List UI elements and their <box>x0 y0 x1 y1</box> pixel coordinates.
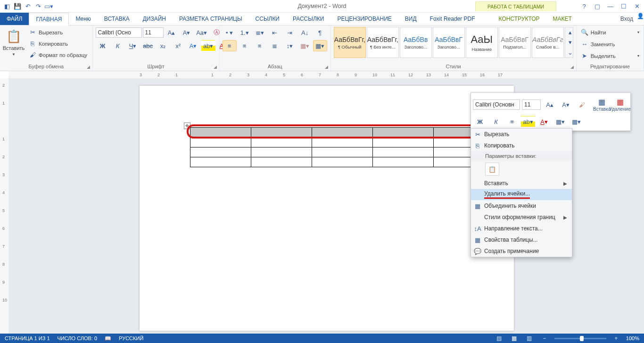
help-icon[interactable]: ? <box>579 1 589 11</box>
change-case-icon[interactable]: Aa▾ <box>195 27 209 38</box>
minimize-icon[interactable]: — <box>605 1 616 11</box>
tab-foxit[interactable]: Foxit Reader PDF <box>423 13 482 25</box>
bullets-icon[interactable]: • ▾ <box>223 27 237 38</box>
shading-icon[interactable]: ▦▾ <box>298 40 312 51</box>
align-right-icon[interactable]: ≡ <box>253 40 267 51</box>
tab-file[interactable]: ФАЙЛ <box>0 13 29 25</box>
ctx-delete-cells[interactable]: Удалить ячейки... <box>471 189 572 200</box>
align-left-icon[interactable]: ≡ <box>223 40 237 51</box>
italic-button[interactable]: К <box>111 40 125 51</box>
zoom-out-icon[interactable]: − <box>539 335 550 342</box>
font-size-combo[interactable] <box>143 27 164 38</box>
mini-size-combo[interactable] <box>522 99 541 110</box>
mini-delete-button[interactable]: ▦Удаление <box>611 95 628 114</box>
styles-dialog-icon[interactable]: ◢ <box>569 64 575 70</box>
ruler-vertical[interactable]: 2112345678910 <box>0 78 9 334</box>
zoom-slider[interactable] <box>554 338 606 339</box>
redo-icon[interactable]: ↷ <box>33 1 43 11</box>
ctx-merge-cells[interactable]: ▦Объединить ячейки <box>471 200 572 212</box>
mini-align-icon[interactable]: ≡ <box>505 116 519 127</box>
tab-references[interactable]: ССЫЛКИ <box>249 13 286 25</box>
format-painter-button[interactable]: 🖌Формат по образцу <box>27 49 89 60</box>
ctx-copy[interactable]: ⎘Копировать <box>471 140 572 151</box>
styles-down-icon[interactable]: ▾ <box>565 37 576 47</box>
clipboard-dialog-icon[interactable]: ◢ <box>85 64 91 70</box>
select-button[interactable]: ➤Выделить▾ <box>579 50 641 61</box>
ctx-cut[interactable]: ✂Вырезать <box>471 129 572 140</box>
close-icon[interactable]: ✕ <box>632 1 642 11</box>
mini-fontcolor-icon[interactable]: A▾ <box>537 116 551 127</box>
text-effects-icon[interactable]: A▾ <box>186 40 200 51</box>
indent-icon[interactable]: ⇥ <box>283 27 297 38</box>
styles-more-icon[interactable]: ⌄ <box>565 48 576 57</box>
sort-icon[interactable]: A↓ <box>298 27 312 38</box>
style-subtitle[interactable]: АаБбВвГПодзагол... <box>499 27 531 58</box>
document-canvas[interactable]: ✥ A▴ A▾ 🖌 ▦Вставка ▦Удаление Ж К ≡ ab▾ A… <box>8 78 644 334</box>
table-move-handle[interactable]: ✥ <box>184 122 190 129</box>
multilevel-icon[interactable]: ≣▾ <box>253 27 267 38</box>
show-marks-icon[interactable]: ¶ <box>313 27 327 38</box>
paste-keep-formatting-icon[interactable]: 📋 <box>485 163 499 176</box>
style-nospacing[interactable]: АаБбВвГг,¶ Без инте... <box>367 27 399 58</box>
zoom-in-icon[interactable]: + <box>611 335 621 342</box>
align-center-icon[interactable]: ≡ <box>238 40 252 51</box>
user-avatar[interactable]: 👤 <box>637 13 644 25</box>
tab-review[interactable]: РЕЦЕНЗИРОВАНИЕ <box>330 13 398 25</box>
bold-button[interactable]: Ж <box>96 40 110 51</box>
highlight-icon[interactable]: ab▾ <box>201 40 215 51</box>
find-button[interactable]: 🔍Найти▾ <box>579 27 641 38</box>
tab-table-layout[interactable]: МАКЕТ <box>546 13 578 25</box>
status-words[interactable]: ЧИСЛО СЛОВ: 0 <box>58 335 98 341</box>
ribbon-opts-icon[interactable]: ▢ <box>592 1 603 11</box>
ctx-new-comment[interactable]: 💬Создать примечание <box>471 245 572 257</box>
paste-button[interactable]: 📋 Вставить ▼ <box>3 27 25 59</box>
mini-font-combo[interactable] <box>473 99 520 110</box>
style-normal[interactable]: АаБбВвГг,¶ Обычный <box>334 27 366 58</box>
replace-button[interactable]: ↔Заменить <box>579 39 641 49</box>
grow-font-icon[interactable]: A▴ <box>165 27 179 38</box>
strike-button[interactable]: abc <box>141 40 155 51</box>
tab-home[interactable]: ГЛАВНАЯ <box>29 13 69 25</box>
style-title[interactable]: АаЫНазвание <box>466 27 498 58</box>
mini-shrink-icon[interactable]: A▾ <box>559 99 573 110</box>
numbering-icon[interactable]: 1.▾ <box>238 27 252 38</box>
save-icon[interactable]: 💾 <box>12 1 23 11</box>
maximize-icon[interactable]: ☐ <box>619 1 629 11</box>
superscript-button[interactable]: x² <box>171 40 185 51</box>
status-proofing-icon[interactable]: 📖 <box>105 335 111 342</box>
tab-view[interactable]: ВИД <box>398 13 423 25</box>
font-dialog-icon[interactable]: ◢ <box>212 64 218 70</box>
new-doc-icon[interactable]: ▭▾ <box>43 1 54 11</box>
tab-layout[interactable]: РАЗМЕТКА СТРАНИЦЫ <box>173 13 249 25</box>
mini-grow-icon[interactable]: A▴ <box>543 99 557 110</box>
mini-bold-icon[interactable]: Ж <box>473 116 487 127</box>
mini-insert-button[interactable]: ▦Вставка <box>594 95 610 114</box>
mini-borders-icon[interactable]: ▦▾ <box>569 116 583 127</box>
mini-shading-icon[interactable]: ▦▾ <box>553 116 567 127</box>
styles-up-icon[interactable]: ▴ <box>565 27 576 37</box>
undo-icon[interactable]: ↶ <box>23 1 33 11</box>
view-web-icon[interactable]: ▥ <box>524 335 535 342</box>
mini-highlight-icon[interactable]: ab▾ <box>521 116 535 127</box>
tab-table-design[interactable]: КОНСТРУКТОР <box>492 13 546 25</box>
style-heading2[interactable]: АаБбВвГЗаголово... <box>433 27 465 58</box>
table[interactable] <box>190 127 495 167</box>
view-print-icon[interactable]: ▦ <box>509 335 520 342</box>
tab-menu[interactable]: Меню <box>69 13 97 25</box>
paragraph-dialog-icon[interactable]: ◢ <box>323 64 330 70</box>
underline-button[interactable]: Ч▾ <box>126 40 140 51</box>
borders-icon[interactable]: ▦▾ <box>313 40 327 51</box>
shrink-font-icon[interactable]: A▾ <box>180 27 194 38</box>
justify-icon[interactable]: ≣ <box>268 40 282 51</box>
ctx-insert[interactable]: Вставить▶ <box>471 178 572 189</box>
style-subtle[interactable]: АаБбВвГгСлабое в... <box>532 27 564 58</box>
copy-button[interactable]: ⎘Копировать <box>27 38 89 49</box>
view-read-icon[interactable]: ▤ <box>494 335 504 342</box>
ctx-border-styles[interactable]: Стили оформления границ▶ <box>471 212 572 223</box>
ctx-table-properties[interactable]: ▦Свойства таблицы... <box>471 234 572 245</box>
cut-button[interactable]: ✂Вырезать <box>27 27 89 38</box>
status-language[interactable]: РУССКИЙ <box>119 335 143 341</box>
outdent-icon[interactable]: ⇤ <box>268 27 282 38</box>
style-heading1[interactable]: АаБбВвЗаголово... <box>400 27 432 58</box>
status-page[interactable]: СТРАНИЦА 1 ИЗ 1 <box>5 335 50 341</box>
